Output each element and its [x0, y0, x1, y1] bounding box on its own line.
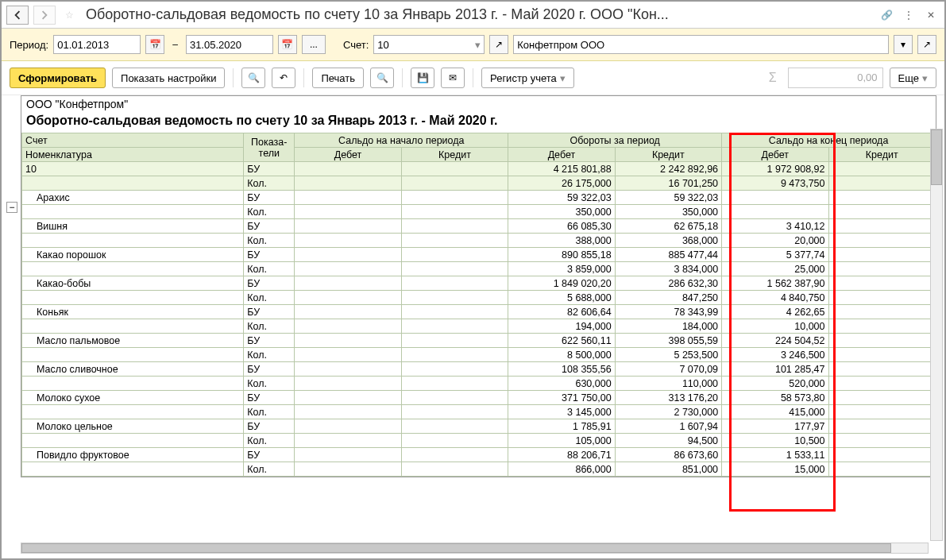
col-close-credit: Кредит	[828, 148, 935, 162]
table-row[interactable]: Кол.3 859,0003 834,00025,000	[22, 262, 936, 276]
forward-button[interactable]	[33, 6, 56, 25]
report-table: Счет Показа- тели Сальдо на начало перио…	[21, 133, 936, 477]
favorite-icon[interactable]: ☆	[60, 6, 78, 24]
toolbar: Сформировать Показать настройки 🔍 ↶ Печа…	[2, 61, 944, 95]
print-preview-icon[interactable]: 🔍	[370, 68, 394, 88]
table-row[interactable]: Какао-бобыБУ1 849 020,20286 632,301 562 …	[22, 276, 936, 291]
print-button[interactable]: Печать	[312, 68, 364, 88]
col-open-balance: Сальдо на начало периода	[295, 133, 508, 148]
table-row[interactable]: Кол.8 500,0005 253,5003 246,500	[22, 348, 936, 362]
sum-display: 0,00	[788, 68, 883, 88]
titlebar: ☆ Оборотно-сальдовая ведомость по счету …	[2, 2, 944, 29]
back-button[interactable]	[6, 6, 29, 25]
col-nomenclature: Номенклатура	[22, 148, 244, 162]
table-row[interactable]: АрахисБУ59 322,0359 322,03	[22, 191, 936, 205]
collapse-handle[interactable]: −	[6, 202, 17, 213]
table-row[interactable]: Кол.194,000184,00010,000	[22, 319, 936, 334]
menu-icon[interactable]: ⋮	[900, 6, 917, 24]
register-button[interactable]: Регистр учета ▾	[481, 68, 574, 88]
period-picker-button[interactable]: ...	[302, 35, 326, 54]
period-label: Период:	[10, 39, 48, 51]
account-label: Счет:	[343, 39, 369, 51]
account-open-button[interactable]: ↗	[489, 35, 508, 54]
account-input[interactable]: 10▾	[373, 35, 485, 54]
organization-header: ООО "Конфетпром"	[21, 96, 936, 112]
col-turn-debit: Дебет	[508, 148, 615, 162]
vertical-scrollbar[interactable]	[930, 129, 943, 541]
table-row[interactable]: Кол.26 175,00016 701,2509 473,750	[22, 176, 936, 191]
table-row[interactable]: Масло пальмовоеБУ622 560,11398 055,59224…	[22, 334, 936, 348]
col-turn-credit: Кредит	[615, 148, 721, 162]
window-title: Оборотно-сальдовая ведомость по счету 10…	[83, 6, 873, 23]
table-row[interactable]: Кол.630,000110,000520,000	[22, 377, 936, 391]
table-row[interactable]: Кол.388,000368,00020,000	[22, 234, 936, 248]
calendar-to-icon[interactable]: 📅	[278, 35, 297, 54]
calendar-from-icon[interactable]: 📅	[145, 35, 164, 54]
show-settings-button[interactable]: Показать настройки	[112, 68, 225, 88]
date-to-input[interactable]: 31.05.2020	[186, 35, 273, 54]
more-button[interactable]: Еще ▾	[890, 68, 936, 88]
sum-icon: Σ	[764, 71, 782, 85]
table-row[interactable]: Кол.3 145,0002 730,000415,000	[22, 405, 936, 419]
table-row[interactable]: КоньякБУ82 606,6478 343,994 262,65	[22, 305, 936, 319]
email-icon[interactable]: ✉	[441, 68, 465, 88]
horizontal-scrollbar[interactable]	[21, 543, 929, 554]
table-row[interactable]: Кол.866,000851,00015,000	[22, 462, 936, 477]
table-row[interactable]: Кол.5 688,000847,2504 840,750	[22, 291, 936, 305]
table-row[interactable]: ВишняБУ66 085,3062 675,183 410,12	[22, 219, 936, 234]
date-from-input[interactable]: 01.01.2013	[53, 35, 141, 54]
report-title: Оборотно-сальдовая ведомость по счету 10…	[21, 112, 936, 133]
dash: –	[169, 39, 181, 50]
app-window: ☆ Оборотно-сальдовая ведомость по счету …	[0, 0, 946, 560]
table-row[interactable]: Какао порошокБУ890 855,18885 477,445 377…	[22, 248, 936, 262]
table-row[interactable]: Молоко сухоеБУ371 750,00313 176,2058 573…	[22, 391, 936, 405]
table-row[interactable]: Кол.350,000350,000	[22, 205, 936, 219]
organization-input[interactable]: Конфетпром ООО	[513, 35, 889, 54]
link-icon[interactable]: 🔗	[878, 6, 895, 24]
table-row[interactable]: 10БУ4 215 801,882 242 892,961 972 908,92	[22, 162, 936, 176]
col-close-balance: Сальдо на конец периода	[722, 133, 936, 148]
prev-result-icon[interactable]: ↶	[272, 68, 295, 88]
col-turnover: Обороты за период	[508, 133, 722, 148]
organization-dropdown-button[interactable]: ▾	[894, 35, 913, 54]
table-row[interactable]: Повидло фруктовоеБУ88 206,7186 673,601 5…	[22, 448, 936, 462]
report-area[interactable]: − ООО "Конфетпром" Оборотно-сальдовая ве…	[2, 95, 944, 558]
col-close-debit: Дебет	[722, 148, 828, 162]
col-account: Счет	[22, 133, 244, 148]
generate-button[interactable]: Сформировать	[10, 68, 106, 88]
search-icon[interactable]: 🔍	[241, 68, 265, 88]
col-indicators: Показа- тели	[244, 133, 295, 162]
table-row[interactable]: Кол.105,00094,50010,500	[22, 434, 936, 448]
close-icon[interactable]: ✕	[922, 6, 940, 24]
save-icon[interactable]: 💾	[411, 68, 434, 88]
col-open-credit: Кредит	[401, 148, 508, 162]
table-row[interactable]: Молоко цельноеБУ1 785,911 607,94177,97	[22, 419, 936, 434]
organization-open-button[interactable]: ↗	[917, 35, 936, 54]
table-row[interactable]: Масло сливочноеБУ108 355,567 070,09101 2…	[22, 362, 936, 377]
col-open-debit: Дебет	[295, 148, 401, 162]
parameter-bar: Период: 01.01.2013 📅 – 31.05.2020 📅 ... …	[2, 29, 944, 61]
